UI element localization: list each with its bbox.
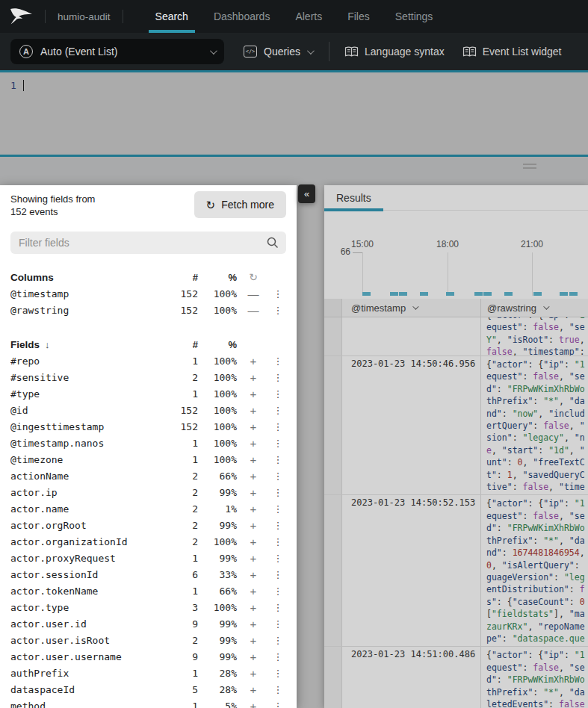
resize-handle[interactable] bbox=[523, 164, 536, 171]
field-menu-icon[interactable]: ⋮ bbox=[270, 569, 286, 580]
field-menu-icon[interactable]: ⋮ bbox=[270, 503, 286, 515]
field-action-icon[interactable]: + bbox=[237, 470, 270, 482]
event-row[interactable]: 2023-01-23 14:50:52.153 {"actor": {"ip":… bbox=[324, 495, 588, 647]
histogram-bar[interactable] bbox=[446, 292, 454, 296]
field-action-icon[interactable]: + bbox=[237, 486, 270, 499]
field-action-icon[interactable]: + bbox=[237, 503, 270, 515]
field-row[interactable]: actor.tokenName 1 66% + ⋮ bbox=[10, 583, 286, 599]
column-header-timestamp[interactable]: @timestamp bbox=[342, 299, 480, 317]
field-row[interactable]: #repo 1 100% + ⋮ bbox=[10, 353, 286, 369]
field-action-icon[interactable]: + bbox=[237, 634, 270, 647]
field-row[interactable]: @timezone 1 100% + ⋮ bbox=[10, 451, 286, 468]
histogram-bar[interactable] bbox=[560, 292, 568, 296]
field-menu-icon[interactable]: ⋮ bbox=[270, 288, 286, 299]
field-row[interactable]: actor.orgRoot 2 99% + ⋮ bbox=[10, 517, 286, 533]
field-menu-icon[interactable]: ⋮ bbox=[270, 520, 286, 531]
field-action-icon[interactable]: + bbox=[237, 618, 270, 630]
field-row[interactable]: authPrefix 1 28% + ⋮ bbox=[10, 665, 286, 681]
fetch-more-button[interactable]: ↻ Fetch more bbox=[194, 191, 286, 218]
nav-item-dashboards[interactable]: Dashboards bbox=[201, 0, 283, 33]
histogram-bar[interactable] bbox=[390, 292, 398, 296]
field-row[interactable]: @id 152 100% + ⋮ bbox=[10, 402, 286, 418]
collapse-panel-button[interactable]: « bbox=[298, 184, 315, 203]
field-row[interactable]: @ingesttimestamp 152 100% + ⋮ bbox=[10, 418, 286, 435]
histogram-bar[interactable] bbox=[533, 292, 542, 296]
queries-dropdown[interactable]: </> Queries bbox=[244, 46, 312, 58]
crowdstrike-falcon-logo-icon[interactable] bbox=[9, 7, 36, 26]
field-menu-icon[interactable]: ⋮ bbox=[270, 355, 286, 367]
field-menu-icon[interactable]: ⋮ bbox=[270, 651, 286, 662]
histogram-bar[interactable] bbox=[504, 292, 513, 296]
field-action-icon[interactable]: + bbox=[237, 700, 270, 708]
nav-item-files[interactable]: Files bbox=[335, 0, 383, 33]
event-histogram[interactable]: 66 15:0018:0021:00 bbox=[324, 211, 588, 299]
field-row[interactable]: dataspaceId 5 28% + ⋮ bbox=[10, 681, 286, 698]
field-row[interactable]: #type 1 100% + ⋮ bbox=[10, 385, 286, 402]
field-row[interactable]: actor.type 3 100% + ⋮ bbox=[10, 599, 286, 615]
field-menu-icon[interactable]: ⋮ bbox=[270, 454, 286, 465]
column-header-rawstring[interactable]: @rawstring bbox=[480, 299, 588, 317]
field-row[interactable]: actor.user.username 9 99% + ⋮ bbox=[10, 648, 286, 665]
field-menu-icon[interactable]: ⋮ bbox=[270, 668, 286, 679]
nav-item-search[interactable]: Search bbox=[143, 0, 201, 33]
field-menu-icon[interactable]: ⋮ bbox=[270, 602, 286, 613]
event-list-widget-link[interactable]: Event List widget bbox=[462, 46, 562, 58]
field-menu-icon[interactable]: ⋮ bbox=[270, 438, 286, 449]
field-action-icon[interactable]: + bbox=[237, 585, 270, 597]
event-row[interactable]: 2023-01-23 14:51:00.486 {"actor": {"ip":… bbox=[324, 647, 588, 708]
field-menu-icon[interactable]: ⋮ bbox=[270, 536, 286, 547]
histogram-bar[interactable] bbox=[569, 292, 578, 296]
field-action-icon[interactable]: — bbox=[237, 304, 270, 317]
field-menu-icon[interactable]: ⋮ bbox=[270, 487, 286, 498]
repository-name[interactable]: humio-audit bbox=[55, 11, 114, 22]
event-row[interactable]: 2023-01-23 14:45:45.093 {"actor": {"ip":… bbox=[324, 317, 588, 356]
field-action-icon[interactable]: + bbox=[237, 388, 270, 400]
field-row[interactable]: actor.organizationId 2 100% + ⋮ bbox=[10, 533, 286, 550]
event-row[interactable]: 2023-01-23 14:50:46.956 {"actor": {"ip":… bbox=[324, 356, 588, 495]
field-row[interactable]: actor.user.isRoot 2 99% + ⋮ bbox=[10, 632, 286, 648]
field-action-icon[interactable]: + bbox=[237, 371, 270, 384]
field-action-icon[interactable]: + bbox=[237, 650, 270, 663]
nav-item-settings[interactable]: Settings bbox=[383, 0, 446, 33]
field-menu-icon[interactable]: ⋮ bbox=[270, 618, 286, 630]
field-action-icon[interactable]: + bbox=[237, 535, 270, 548]
field-row[interactable]: @timestamp.nanos 1 100% + ⋮ bbox=[10, 435, 286, 451]
field-row[interactable]: actor.user.id 9 99% + ⋮ bbox=[10, 615, 286, 632]
field-action-icon[interactable]: + bbox=[237, 552, 270, 565]
field-menu-icon[interactable]: ⋮ bbox=[270, 421, 286, 432]
field-menu-icon[interactable]: ⋮ bbox=[270, 586, 286, 597]
language-syntax-link[interactable]: Language syntax bbox=[344, 46, 445, 58]
field-action-icon[interactable]: + bbox=[237, 404, 270, 417]
field-row[interactable]: actor.sessionId 6 33% + ⋮ bbox=[10, 566, 286, 583]
field-menu-icon[interactable]: ⋮ bbox=[270, 635, 286, 646]
nav-item-alerts[interactable]: Alerts bbox=[282, 0, 335, 33]
field-menu-icon[interactable]: ⋮ bbox=[270, 405, 286, 416]
field-action-icon[interactable]: + bbox=[237, 437, 270, 450]
field-action-icon[interactable]: + bbox=[237, 453, 270, 466]
field-menu-icon[interactable]: ⋮ bbox=[270, 701, 286, 708]
histogram-bar[interactable] bbox=[362, 292, 371, 296]
field-action-icon[interactable]: — bbox=[237, 288, 270, 300]
field-action-icon[interactable]: + bbox=[237, 568, 270, 581]
field-menu-icon[interactable]: ⋮ bbox=[270, 305, 286, 316]
field-row[interactable]: actor.name 2 1% + ⋮ bbox=[10, 500, 286, 517]
field-action-icon[interactable]: + bbox=[237, 519, 270, 532]
field-menu-icon[interactable]: ⋮ bbox=[270, 684, 286, 695]
field-row[interactable]: @rawstring 152 100% — ⋮ bbox=[10, 302, 286, 318]
histogram-bar[interactable] bbox=[483, 292, 492, 296]
field-menu-icon[interactable]: ⋮ bbox=[270, 388, 286, 400]
filter-fields-input[interactable] bbox=[10, 232, 286, 254]
field-row[interactable]: @timestamp 152 100% — ⋮ bbox=[10, 285, 286, 302]
tab-results[interactable]: Results bbox=[324, 185, 383, 211]
field-action-icon[interactable]: + bbox=[237, 355, 270, 367]
field-menu-icon[interactable]: ⋮ bbox=[270, 372, 286, 383]
refresh-columns-icon[interactable]: ↻ bbox=[237, 271, 270, 283]
field-action-icon[interactable]: + bbox=[237, 601, 270, 614]
histogram-bar[interactable] bbox=[420, 292, 428, 296]
histogram-bar[interactable] bbox=[399, 292, 407, 296]
field-action-icon[interactable]: + bbox=[237, 667, 270, 680]
field-menu-icon[interactable]: ⋮ bbox=[270, 553, 286, 564]
field-row[interactable]: actor.ip 2 99% + ⋮ bbox=[10, 484, 286, 500]
sort-descending-icon[interactable]: ↓ bbox=[45, 339, 50, 350]
field-menu-icon[interactable]: ⋮ bbox=[270, 471, 286, 482]
